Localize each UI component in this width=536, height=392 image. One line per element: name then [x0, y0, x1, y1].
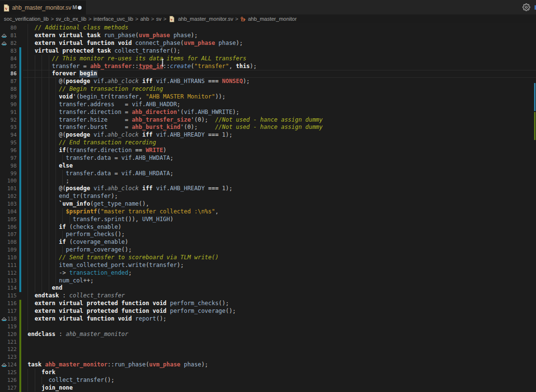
svg-text:v: v [170, 17, 173, 22]
svg-text:v: v [5, 5, 7, 11]
